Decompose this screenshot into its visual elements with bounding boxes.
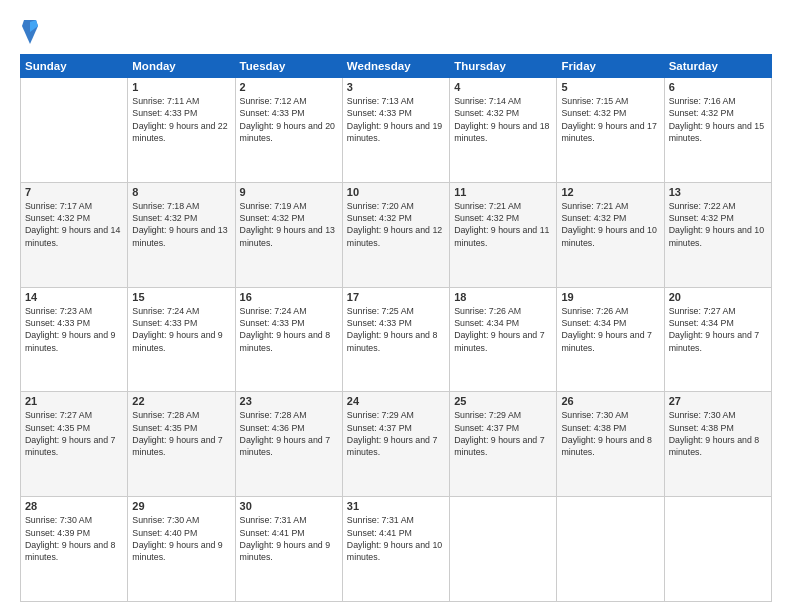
day-cell — [450, 497, 557, 602]
day-info: Sunrise: 7:28 AMSunset: 4:36 PMDaylight:… — [240, 409, 338, 458]
day-info: Sunrise: 7:21 AMSunset: 4:32 PMDaylight:… — [454, 200, 552, 249]
day-cell: 25Sunrise: 7:29 AMSunset: 4:37 PMDayligh… — [450, 392, 557, 497]
day-number: 31 — [347, 500, 445, 512]
weekday-wednesday: Wednesday — [342, 55, 449, 78]
week-row-4: 21Sunrise: 7:27 AMSunset: 4:35 PMDayligh… — [21, 392, 772, 497]
header — [20, 18, 772, 46]
day-number: 28 — [25, 500, 123, 512]
week-row-2: 7Sunrise: 7:17 AMSunset: 4:32 PMDaylight… — [21, 182, 772, 287]
day-number: 25 — [454, 395, 552, 407]
day-cell: 11Sunrise: 7:21 AMSunset: 4:32 PMDayligh… — [450, 182, 557, 287]
week-row-3: 14Sunrise: 7:23 AMSunset: 4:33 PMDayligh… — [21, 287, 772, 392]
day-info: Sunrise: 7:30 AMSunset: 4:39 PMDaylight:… — [25, 514, 123, 563]
day-number: 21 — [25, 395, 123, 407]
day-cell: 19Sunrise: 7:26 AMSunset: 4:34 PMDayligh… — [557, 287, 664, 392]
day-info: Sunrise: 7:22 AMSunset: 4:32 PMDaylight:… — [669, 200, 767, 249]
day-cell: 3Sunrise: 7:13 AMSunset: 4:33 PMDaylight… — [342, 78, 449, 183]
day-info: Sunrise: 7:23 AMSunset: 4:33 PMDaylight:… — [25, 305, 123, 354]
weekday-header-row: SundayMondayTuesdayWednesdayThursdayFrid… — [21, 55, 772, 78]
day-cell: 18Sunrise: 7:26 AMSunset: 4:34 PMDayligh… — [450, 287, 557, 392]
weekday-sunday: Sunday — [21, 55, 128, 78]
day-number: 20 — [669, 291, 767, 303]
day-info: Sunrise: 7:28 AMSunset: 4:35 PMDaylight:… — [132, 409, 230, 458]
day-info: Sunrise: 7:21 AMSunset: 4:32 PMDaylight:… — [561, 200, 659, 249]
day-cell: 20Sunrise: 7:27 AMSunset: 4:34 PMDayligh… — [664, 287, 771, 392]
day-cell: 29Sunrise: 7:30 AMSunset: 4:40 PMDayligh… — [128, 497, 235, 602]
day-cell: 12Sunrise: 7:21 AMSunset: 4:32 PMDayligh… — [557, 182, 664, 287]
day-cell — [557, 497, 664, 602]
day-number: 30 — [240, 500, 338, 512]
day-number: 26 — [561, 395, 659, 407]
day-info: Sunrise: 7:17 AMSunset: 4:32 PMDaylight:… — [25, 200, 123, 249]
day-info: Sunrise: 7:12 AMSunset: 4:33 PMDaylight:… — [240, 95, 338, 144]
day-number: 4 — [454, 81, 552, 93]
day-number: 24 — [347, 395, 445, 407]
day-number: 23 — [240, 395, 338, 407]
day-cell: 31Sunrise: 7:31 AMSunset: 4:41 PMDayligh… — [342, 497, 449, 602]
day-info: Sunrise: 7:26 AMSunset: 4:34 PMDaylight:… — [561, 305, 659, 354]
day-info: Sunrise: 7:19 AMSunset: 4:32 PMDaylight:… — [240, 200, 338, 249]
day-info: Sunrise: 7:13 AMSunset: 4:33 PMDaylight:… — [347, 95, 445, 144]
weekday-tuesday: Tuesday — [235, 55, 342, 78]
day-info: Sunrise: 7:27 AMSunset: 4:34 PMDaylight:… — [669, 305, 767, 354]
day-number: 12 — [561, 186, 659, 198]
day-cell: 9Sunrise: 7:19 AMSunset: 4:32 PMDaylight… — [235, 182, 342, 287]
day-info: Sunrise: 7:18 AMSunset: 4:32 PMDaylight:… — [132, 200, 230, 249]
day-number: 29 — [132, 500, 230, 512]
day-cell: 23Sunrise: 7:28 AMSunset: 4:36 PMDayligh… — [235, 392, 342, 497]
day-number: 2 — [240, 81, 338, 93]
day-cell: 7Sunrise: 7:17 AMSunset: 4:32 PMDaylight… — [21, 182, 128, 287]
week-row-5: 28Sunrise: 7:30 AMSunset: 4:39 PMDayligh… — [21, 497, 772, 602]
day-cell: 2Sunrise: 7:12 AMSunset: 4:33 PMDaylight… — [235, 78, 342, 183]
day-cell: 28Sunrise: 7:30 AMSunset: 4:39 PMDayligh… — [21, 497, 128, 602]
day-info: Sunrise: 7:31 AMSunset: 4:41 PMDaylight:… — [240, 514, 338, 563]
day-number: 22 — [132, 395, 230, 407]
day-cell: 16Sunrise: 7:24 AMSunset: 4:33 PMDayligh… — [235, 287, 342, 392]
day-info: Sunrise: 7:30 AMSunset: 4:38 PMDaylight:… — [669, 409, 767, 458]
day-info: Sunrise: 7:14 AMSunset: 4:32 PMDaylight:… — [454, 95, 552, 144]
day-cell: 15Sunrise: 7:24 AMSunset: 4:33 PMDayligh… — [128, 287, 235, 392]
logo — [20, 18, 42, 46]
day-info: Sunrise: 7:15 AMSunset: 4:32 PMDaylight:… — [561, 95, 659, 144]
day-number: 27 — [669, 395, 767, 407]
day-number: 7 — [25, 186, 123, 198]
day-number: 14 — [25, 291, 123, 303]
day-number: 5 — [561, 81, 659, 93]
day-info: Sunrise: 7:29 AMSunset: 4:37 PMDaylight:… — [347, 409, 445, 458]
day-info: Sunrise: 7:25 AMSunset: 4:33 PMDaylight:… — [347, 305, 445, 354]
day-number: 15 — [132, 291, 230, 303]
day-info: Sunrise: 7:11 AMSunset: 4:33 PMDaylight:… — [132, 95, 230, 144]
day-cell — [664, 497, 771, 602]
day-number: 18 — [454, 291, 552, 303]
week-row-1: 1Sunrise: 7:11 AMSunset: 4:33 PMDaylight… — [21, 78, 772, 183]
day-cell: 4Sunrise: 7:14 AMSunset: 4:32 PMDaylight… — [450, 78, 557, 183]
weekday-monday: Monday — [128, 55, 235, 78]
day-cell: 22Sunrise: 7:28 AMSunset: 4:35 PMDayligh… — [128, 392, 235, 497]
day-cell: 6Sunrise: 7:16 AMSunset: 4:32 PMDaylight… — [664, 78, 771, 183]
day-cell: 1Sunrise: 7:11 AMSunset: 4:33 PMDaylight… — [128, 78, 235, 183]
day-number: 11 — [454, 186, 552, 198]
day-number: 9 — [240, 186, 338, 198]
logo-icon — [20, 18, 40, 46]
day-cell: 17Sunrise: 7:25 AMSunset: 4:33 PMDayligh… — [342, 287, 449, 392]
day-number: 10 — [347, 186, 445, 198]
day-info: Sunrise: 7:31 AMSunset: 4:41 PMDaylight:… — [347, 514, 445, 563]
day-number: 13 — [669, 186, 767, 198]
day-cell: 14Sunrise: 7:23 AMSunset: 4:33 PMDayligh… — [21, 287, 128, 392]
day-cell: 5Sunrise: 7:15 AMSunset: 4:32 PMDaylight… — [557, 78, 664, 183]
day-number: 1 — [132, 81, 230, 93]
day-cell: 27Sunrise: 7:30 AMSunset: 4:38 PMDayligh… — [664, 392, 771, 497]
day-info: Sunrise: 7:16 AMSunset: 4:32 PMDaylight:… — [669, 95, 767, 144]
calendar-table: SundayMondayTuesdayWednesdayThursdayFrid… — [20, 54, 772, 602]
day-number: 19 — [561, 291, 659, 303]
day-number: 6 — [669, 81, 767, 93]
day-cell: 24Sunrise: 7:29 AMSunset: 4:37 PMDayligh… — [342, 392, 449, 497]
day-info: Sunrise: 7:26 AMSunset: 4:34 PMDaylight:… — [454, 305, 552, 354]
weekday-saturday: Saturday — [664, 55, 771, 78]
day-cell: 21Sunrise: 7:27 AMSunset: 4:35 PMDayligh… — [21, 392, 128, 497]
weekday-friday: Friday — [557, 55, 664, 78]
day-cell: 10Sunrise: 7:20 AMSunset: 4:32 PMDayligh… — [342, 182, 449, 287]
day-info: Sunrise: 7:24 AMSunset: 4:33 PMDaylight:… — [132, 305, 230, 354]
weekday-thursday: Thursday — [450, 55, 557, 78]
day-cell: 30Sunrise: 7:31 AMSunset: 4:41 PMDayligh… — [235, 497, 342, 602]
